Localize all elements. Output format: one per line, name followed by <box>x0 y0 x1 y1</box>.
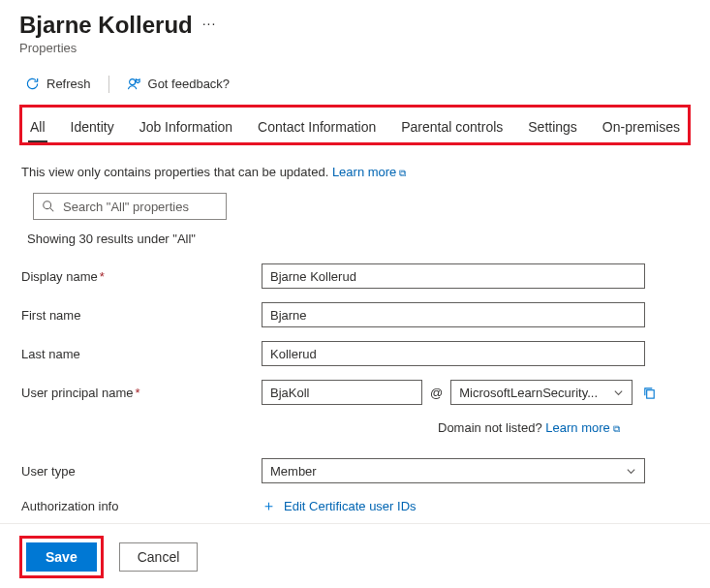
tab-bar: All Identity Job Information Contact Inf… <box>24 109 686 140</box>
save-highlight: Save <box>19 536 104 578</box>
upn-at-symbol: @ <box>430 386 443 400</box>
results-count: Showing 30 results under "All" <box>27 232 691 246</box>
tab-contact-information[interactable]: Contact Information <box>256 113 378 140</box>
feedback-button[interactable]: Got feedback? <box>121 73 236 95</box>
tab-identity[interactable]: Identity <box>69 113 116 140</box>
search-input-wrapper[interactable] <box>33 193 227 220</box>
learn-more-link[interactable]: Learn more⧉ <box>332 165 406 179</box>
tab-job-information[interactable]: Job Information <box>138 113 235 140</box>
svg-line-2 <box>50 208 54 212</box>
user-type-select[interactable]: Member <box>262 458 645 483</box>
refresh-button[interactable]: Refresh <box>19 73 97 95</box>
domain-help-text: Domain not listed? <box>438 420 542 435</box>
refresh-label: Refresh <box>46 77 91 91</box>
display-name-input[interactable] <box>262 263 645 289</box>
chevron-down-icon <box>626 466 636 477</box>
feedback-label: Got feedback? <box>148 77 231 91</box>
more-actions-button[interactable]: ··· <box>202 15 217 36</box>
upn-domain-value: MicrosoftLearnSecurity... <box>459 386 598 400</box>
first-name-input[interactable] <box>262 302 645 327</box>
plus-icon: ＋ <box>262 497 276 515</box>
tab-parental-controls[interactable]: Parental controls <box>399 113 505 140</box>
user-type-label: User type <box>21 464 262 479</box>
display-name-label: Display name* <box>21 269 262 284</box>
search-icon <box>42 200 55 213</box>
toolbar-divider <box>108 76 109 93</box>
external-link-icon: ⧉ <box>399 168 406 178</box>
user-type-value: Member <box>270 464 317 479</box>
refresh-icon <box>25 77 40 91</box>
page-subtitle: Properties <box>19 41 691 55</box>
chevron-down-icon <box>613 387 624 398</box>
last-name-input[interactable] <box>262 341 645 366</box>
tab-on-premises[interactable]: On-premises <box>601 113 682 140</box>
external-link-icon: ⧉ <box>613 423 620 434</box>
svg-rect-3 <box>647 389 655 397</box>
tab-settings[interactable]: Settings <box>526 113 579 140</box>
feedback-icon <box>127 77 141 91</box>
first-name-label: First name <box>21 308 262 323</box>
cancel-button[interactable]: Cancel <box>119 542 199 572</box>
auth-info-label: Authorization info <box>21 499 262 513</box>
upn-label: User principal name* <box>21 386 262 400</box>
info-text-row: This view only contains properties that … <box>21 165 689 179</box>
info-text: This view only contains properties that … <box>21 165 328 179</box>
tabs-highlight: All Identity Job Information Contact Inf… <box>19 105 691 145</box>
svg-point-1 <box>44 201 51 209</box>
copy-upn-button[interactable] <box>640 384 659 402</box>
edit-certificate-label: Edit Certificate user IDs <box>284 499 417 513</box>
upn-domain-select[interactable]: MicrosoftLearnSecurity... <box>450 380 633 405</box>
svg-point-0 <box>129 79 135 85</box>
domain-learn-more-link[interactable]: Learn more⧉ <box>545 420 619 435</box>
tab-all[interactable]: All <box>28 113 47 140</box>
upn-input[interactable] <box>262 380 422 405</box>
search-input[interactable] <box>63 200 226 214</box>
edit-certificate-button[interactable]: ＋ Edit Certificate user IDs <box>262 497 417 515</box>
save-button[interactable]: Save <box>26 542 97 572</box>
last-name-label: Last name <box>21 347 262 361</box>
page-title: Bjarne Kollerud <box>19 12 193 39</box>
